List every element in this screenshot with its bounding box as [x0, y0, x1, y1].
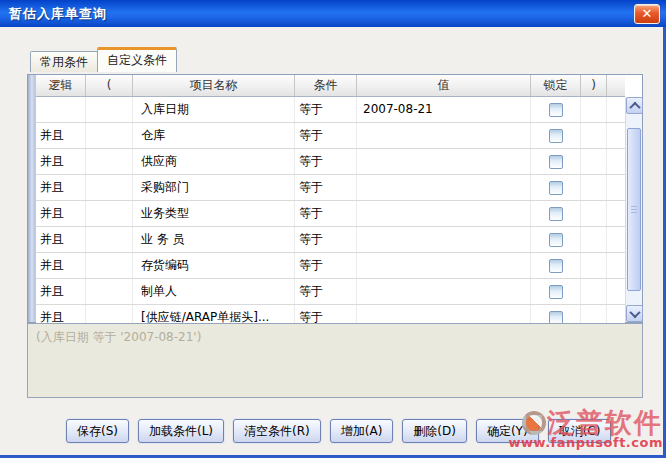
cell-lock	[531, 123, 581, 148]
cell-open-paren[interactable]	[86, 201, 133, 226]
title-bar: 暂估入库单查询 ✕	[0, 0, 666, 27]
cell-filler	[607, 123, 625, 148]
cell-condition[interactable]: 等于	[295, 253, 357, 278]
header-open-paren: (	[86, 75, 133, 96]
cell-filler	[607, 175, 625, 200]
grid-header-row: 逻辑 ( 项目名称 条件 值 锁定 )	[36, 75, 625, 97]
lock-checkbox[interactable]	[549, 155, 563, 169]
lock-checkbox[interactable]	[549, 103, 563, 117]
table-row[interactable]: 并且 采购部门 等于	[36, 175, 625, 201]
cell-logic[interactable]: 并且	[36, 227, 86, 252]
tab-strip: 常用条件 自定义条件	[30, 47, 177, 72]
close-icon: ✕	[642, 6, 653, 21]
cell-item-name[interactable]: 业 务 员	[133, 227, 295, 252]
grid-body: 入库日期 等于 2007-08-21 并且 仓库 等于 并且 供应	[36, 97, 625, 331]
cell-condition[interactable]: 等于	[295, 123, 357, 148]
cell-condition[interactable]: 等于	[295, 149, 357, 174]
cell-open-paren[interactable]	[86, 97, 133, 122]
lock-checkbox[interactable]	[549, 129, 563, 143]
cell-item-name[interactable]: 制单人	[133, 279, 295, 304]
cell-value[interactable]	[357, 201, 531, 226]
lock-checkbox[interactable]	[549, 181, 563, 195]
cell-logic[interactable]: 并且	[36, 149, 86, 174]
cell-lock	[531, 149, 581, 174]
cell-value[interactable]	[357, 253, 531, 278]
cell-value[interactable]	[357, 149, 531, 174]
cell-filler	[607, 279, 625, 304]
cell-item-name[interactable]: 存货编码	[133, 253, 295, 278]
cell-open-paren[interactable]	[86, 279, 133, 304]
cell-value[interactable]	[357, 227, 531, 252]
cell-close-paren[interactable]	[581, 201, 607, 226]
tab-label: 自定义条件	[107, 53, 167, 67]
cell-item-name[interactable]: 业务类型	[133, 201, 295, 226]
add-button[interactable]: 增加(A)	[330, 419, 394, 443]
lock-checkbox[interactable]	[549, 233, 563, 247]
cell-condition[interactable]: 等于	[295, 97, 357, 122]
cell-item-name[interactable]: 入库日期	[133, 97, 295, 122]
cell-close-paren[interactable]	[581, 227, 607, 252]
cell-open-paren[interactable]	[86, 149, 133, 174]
cell-item-name[interactable]: 仓库	[133, 123, 295, 148]
table-row[interactable]: 并且 业务类型 等于	[36, 201, 625, 227]
cancel-button[interactable]: 取消(C)	[548, 419, 612, 443]
cell-logic[interactable]	[36, 97, 86, 122]
cell-close-paren[interactable]	[581, 279, 607, 304]
ok-button[interactable]: 确定(Y)	[476, 419, 539, 443]
scroll-down-button[interactable]	[626, 305, 643, 322]
cell-close-paren[interactable]	[581, 175, 607, 200]
scrollbar-thumb[interactable]	[627, 128, 641, 291]
lock-checkbox[interactable]	[549, 207, 563, 221]
cell-item-name[interactable]: 供应商	[133, 149, 295, 174]
close-button[interactable]: ✕	[634, 4, 660, 24]
cell-logic[interactable]: 并且	[36, 253, 86, 278]
table-row[interactable]: 并且 制单人 等于	[36, 279, 625, 305]
lock-checkbox[interactable]	[549, 259, 563, 273]
scroll-up-button[interactable]	[626, 97, 643, 114]
table-row[interactable]: 并且 存货编码 等于	[36, 253, 625, 279]
table-row[interactable]: 入库日期 等于 2007-08-21	[36, 97, 625, 123]
table-row[interactable]: 并且 供应商 等于	[36, 149, 625, 175]
save-button[interactable]: 保存(S)	[66, 419, 129, 443]
lock-checkbox[interactable]	[549, 285, 563, 299]
cell-value[interactable]	[357, 279, 531, 304]
cell-logic[interactable]: 并且	[36, 175, 86, 200]
conditions-grid: 逻辑 ( 项目名称 条件 值 锁定 ) 入库日期 等于 2007-08-21 并…	[27, 74, 643, 323]
cell-lock	[531, 201, 581, 226]
cell-item-name[interactable]: 采购部门	[133, 175, 295, 200]
cell-value[interactable]	[357, 175, 531, 200]
cell-value[interactable]: 2007-08-21	[357, 97, 531, 122]
cell-close-paren[interactable]	[581, 123, 607, 148]
header-close-paren: )	[581, 75, 607, 96]
table-row[interactable]: 并且 业 务 员 等于	[36, 227, 625, 253]
condition-summary-text: (入库日期 等于 '2007-08-21')	[36, 330, 201, 344]
cell-open-paren[interactable]	[86, 123, 133, 148]
cell-condition[interactable]: 等于	[295, 175, 357, 200]
cell-value[interactable]	[357, 123, 531, 148]
load-conditions-button[interactable]: 加载条件(L)	[138, 419, 224, 443]
cell-logic[interactable]: 并且	[36, 279, 86, 304]
cell-condition[interactable]: 等于	[295, 227, 357, 252]
cell-open-paren[interactable]	[86, 227, 133, 252]
cell-logic[interactable]: 并且	[36, 123, 86, 148]
cell-open-paren[interactable]	[86, 253, 133, 278]
tab-common-conditions[interactable]: 常用条件	[30, 51, 98, 72]
table-row[interactable]: 并且 仓库 等于	[36, 123, 625, 149]
cell-filler	[607, 227, 625, 252]
cell-logic[interactable]: 并且	[36, 201, 86, 226]
clear-conditions-button[interactable]: 清空条件(R)	[233, 419, 321, 443]
vertical-scrollbar[interactable]	[625, 97, 642, 322]
cell-filler	[607, 97, 625, 122]
cell-condition[interactable]: 等于	[295, 279, 357, 304]
cell-condition[interactable]: 等于	[295, 201, 357, 226]
cell-open-paren[interactable]	[86, 175, 133, 200]
window-bottom-edge	[0, 458, 666, 463]
header-logic: 逻辑	[36, 75, 86, 96]
cell-close-paren[interactable]	[581, 97, 607, 122]
cell-close-paren[interactable]	[581, 149, 607, 174]
tab-custom-conditions[interactable]: 自定义条件	[97, 47, 177, 72]
cell-close-paren[interactable]	[581, 253, 607, 278]
delete-button[interactable]: 删除(D)	[402, 419, 467, 443]
header-value: 值	[357, 75, 531, 96]
cell-filler	[607, 253, 625, 278]
